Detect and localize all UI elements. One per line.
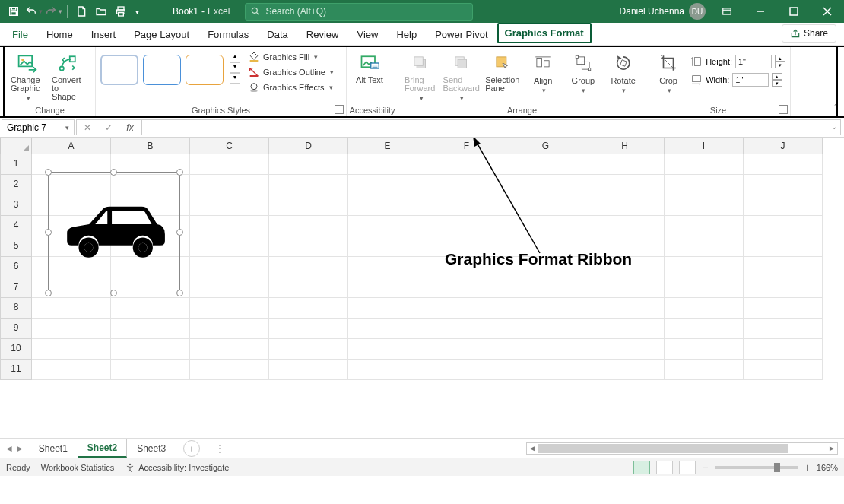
save-icon[interactable] — [5, 2, 23, 21]
cell[interactable] — [348, 195, 427, 216]
col-header[interactable]: B — [111, 138, 190, 154]
graphics-effects-button[interactable]: Graphics Effects▾ — [248, 81, 334, 94]
style-gallery-up[interactable]: ▴ — [230, 52, 240, 62]
cell[interactable] — [427, 339, 506, 360]
cell[interactable] — [111, 298, 190, 319]
group-button[interactable]: Group▾ — [566, 50, 601, 96]
cell[interactable] — [190, 277, 269, 298]
page-break-view-icon[interactable] — [679, 461, 696, 474]
cell[interactable] — [32, 298, 111, 319]
cell[interactable] — [506, 277, 585, 298]
tab-help[interactable]: Help — [387, 24, 426, 45]
cell[interactable] — [348, 319, 427, 339]
cell[interactable] — [269, 277, 348, 298]
crop-button[interactable]: Crop▾ — [651, 50, 686, 96]
cell[interactable] — [585, 154, 665, 175]
cell[interactable] — [348, 154, 427, 175]
row-header[interactable]: 9 — [0, 319, 32, 339]
width-up[interactable]: ▴ — [772, 73, 782, 80]
cell[interactable] — [269, 319, 348, 339]
cell[interactable] — [190, 360, 269, 380]
cell[interactable] — [585, 360, 665, 380]
select-all-corner[interactable] — [0, 138, 32, 154]
cell[interactable] — [32, 360, 111, 380]
graphics-outline-button[interactable]: Graphics Outline▾ — [248, 65, 334, 79]
row-header[interactable]: 1 — [0, 154, 32, 175]
height-up[interactable]: ▴ — [775, 55, 785, 62]
cell[interactable] — [506, 360, 585, 380]
formula-input[interactable]: ⌄ — [141, 119, 841, 135]
cell[interactable] — [348, 298, 427, 319]
name-box[interactable]: Graphic 7▾ — [2, 119, 75, 135]
cell[interactable] — [269, 298, 348, 319]
cell[interactable] — [32, 319, 111, 339]
selection-pane-button[interactable]: Selection Pane — [484, 50, 521, 94]
page-layout-view-icon[interactable] — [656, 461, 673, 474]
cell[interactable] — [744, 277, 823, 298]
scroll-right-icon[interactable]: ► — [827, 444, 837, 452]
cell[interactable] — [665, 319, 744, 339]
style-gallery-more[interactable]: ▾ — [230, 73, 240, 84]
cell[interactable] — [665, 154, 744, 175]
rotate-button[interactable]: Rotate▾ — [605, 50, 641, 96]
cell[interactable] — [427, 277, 506, 298]
cell[interactable] — [190, 257, 269, 277]
width-input[interactable] — [732, 73, 769, 87]
cell[interactable] — [506, 298, 585, 319]
col-header[interactable]: I — [665, 138, 744, 154]
cell[interactable] — [269, 360, 348, 380]
cell[interactable] — [269, 339, 348, 360]
tab-view[interactable]: View — [347, 24, 387, 45]
row-header[interactable]: 5 — [0, 236, 32, 257]
cell[interactable] — [744, 175, 823, 195]
height-down[interactable]: ▾ — [775, 62, 785, 68]
col-header[interactable]: J — [744, 138, 823, 154]
cell[interactable] — [269, 236, 348, 257]
cell[interactable] — [190, 339, 269, 360]
cell[interactable] — [585, 216, 665, 236]
scroll-left-icon[interactable]: ◄ — [527, 444, 538, 452]
tab-review[interactable]: Review — [297, 24, 348, 45]
horizontal-scrollbar[interactable]: ◄ ► — [526, 442, 838, 455]
col-header[interactable]: A — [32, 138, 111, 154]
cell[interactable] — [744, 319, 823, 339]
tab-formulas[interactable]: Formulas — [198, 24, 258, 45]
cell[interactable] — [111, 360, 190, 380]
cell[interactable] — [744, 154, 823, 175]
open-icon[interactable] — [92, 2, 110, 21]
sheet-prev-icon[interactable]: ◄ — [5, 443, 14, 454]
cell[interactable] — [348, 236, 427, 257]
zoom-level[interactable]: 166% — [817, 463, 838, 472]
styles-dialog-launcher[interactable] — [335, 105, 344, 114]
cell[interactable] — [111, 319, 190, 339]
undo-icon[interactable]: ▾ — [24, 2, 43, 21]
change-graphic-button[interactable]: Change Graphic▾ — [9, 50, 46, 103]
cell[interactable] — [585, 298, 665, 319]
new-file-icon[interactable] — [72, 2, 90, 21]
cell[interactable] — [427, 319, 506, 339]
width-field[interactable]: Width: ▴▾ — [690, 73, 785, 87]
cell[interactable] — [744, 298, 823, 319]
cell[interactable] — [269, 257, 348, 277]
row-header[interactable]: 11 — [0, 360, 32, 380]
cell[interactable] — [32, 339, 111, 360]
cell[interactable] — [665, 175, 744, 195]
row-header[interactable]: 4 — [0, 216, 32, 236]
cell[interactable] — [427, 298, 506, 319]
print-icon[interactable] — [112, 2, 130, 21]
cell[interactable] — [585, 339, 665, 360]
width-down[interactable]: ▾ — [772, 80, 782, 87]
graphics-fill-button[interactable]: Graphics Fill▾ — [248, 50, 334, 64]
size-dialog-launcher[interactable] — [779, 105, 788, 114]
cell[interactable] — [744, 257, 823, 277]
tab-home[interactable]: Home — [37, 24, 82, 45]
cell[interactable] — [744, 216, 823, 236]
cell[interactable] — [348, 257, 427, 277]
tab-page-layout[interactable]: Page Layout — [125, 24, 198, 45]
maximize-icon[interactable] — [777, 0, 811, 23]
workbook-stats[interactable]: Workbook Statistics — [41, 463, 114, 472]
sheet-next-icon[interactable]: ► — [15, 443, 24, 454]
sheet-tab[interactable]: Sheet2 — [78, 439, 127, 458]
cell[interactable] — [665, 195, 744, 216]
cell[interactable] — [665, 360, 744, 380]
